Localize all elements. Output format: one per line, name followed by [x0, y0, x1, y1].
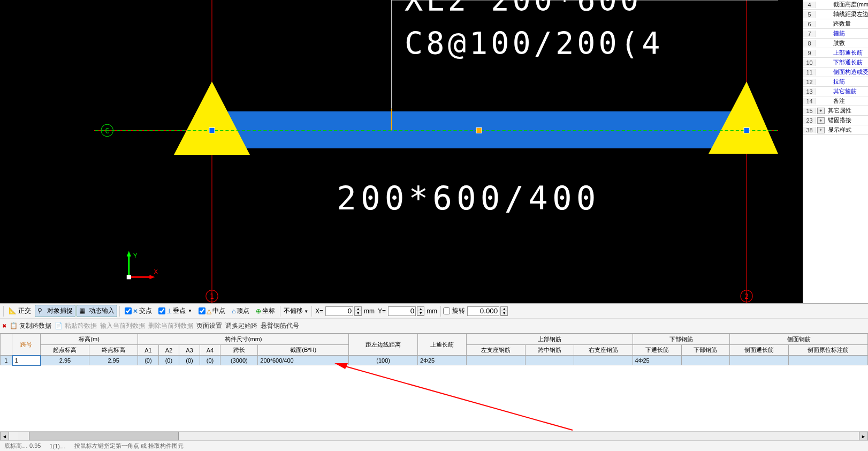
y-spinner[interactable]: ▲▼	[417, 306, 424, 316]
property-row[interactable]: 13+其它箍筋	[803, 87, 868, 96]
status-hint-2: 1(1)…	[49, 443, 66, 449]
property-row[interactable]: 5+轴线距梁左边线距	[803, 10, 868, 19]
col-section[interactable]: 截面(B*H)	[258, 345, 349, 356]
scroll-right-arrow[interactable]: ►	[859, 432, 868, 440]
col-side-original[interactable]: 侧面原位标注筋	[789, 345, 868, 356]
col-top-rebar[interactable]: 上部钢筋	[466, 334, 633, 345]
orthogonal-toggle[interactable]: 📐正交	[6, 305, 34, 317]
cell-right-support[interactable]	[574, 356, 633, 365]
cell-left-support[interactable]	[466, 356, 525, 365]
property-number: 23	[803, 117, 816, 124]
cell-section[interactable]: 200*600/400	[258, 356, 349, 365]
expand-icon[interactable]: +	[817, 127, 825, 133]
property-row[interactable]: 23+锚固搭接	[803, 116, 868, 125]
expand-icon[interactable]: +	[817, 108, 825, 114]
cell-a2[interactable]: (0)	[158, 356, 179, 365]
cell-side-through[interactable]	[730, 356, 789, 365]
property-row[interactable]: 9+上部通长筋	[803, 48, 868, 58]
property-row[interactable]: 10+下部通长筋	[803, 58, 868, 67]
col-side-through[interactable]: 侧面通长筋	[730, 345, 789, 356]
cell-span[interactable]: 1	[12, 356, 41, 365]
close-panel-icon[interactable]: ✖	[2, 323, 6, 329]
axis-label-c: C	[105, 127, 109, 135]
snap-perp[interactable]: ⊥垂点▼	[156, 305, 195, 317]
cell-left-dist[interactable]: (100)	[349, 356, 418, 365]
property-row[interactable]: 14+备注	[803, 96, 868, 106]
paste-span-button[interactable]: 📄 粘贴跨数据	[55, 321, 96, 330]
col-a4[interactable]: A4	[200, 345, 220, 356]
col-start-elev[interactable]: 起点标高	[41, 345, 89, 356]
col-mid-span[interactable]: 跨中钢筋	[525, 345, 574, 356]
col-left-support[interactable]: 左支座钢筋	[466, 345, 525, 356]
rotate-spinner[interactable]: ▲▼	[500, 306, 508, 316]
col-right-support[interactable]: 右支座钢筋	[574, 345, 633, 356]
property-row[interactable]: 8+肢数	[803, 39, 868, 48]
cell-bottom-bar[interactable]	[681, 356, 730, 365]
expand-icon[interactable]: +	[817, 117, 825, 124]
dyninput-toggle[interactable]: ▦动态输入	[77, 305, 117, 317]
property-row[interactable]: 7+箍筋	[803, 29, 868, 39]
cell-a3[interactable]: (0)	[179, 356, 200, 365]
col-top-through[interactable]: 上通长筋	[417, 334, 466, 356]
cell-end-elev[interactable]: 2.95	[89, 356, 138, 365]
cad-canvas[interactable]: C 1 2 XL2 200*600 C8@100/200(4 200*600/4…	[0, 0, 803, 303]
col-elevation[interactable]: 标高(m)	[41, 334, 138, 345]
copy-span-button[interactable]: 📋 复制跨数据	[10, 321, 51, 330]
cell-a4[interactable]: (0)	[200, 356, 220, 365]
rotate-label: 旋转	[451, 306, 466, 315]
snap-toggle[interactable]: ⚲对象捕捉	[35, 305, 75, 317]
x-spinner[interactable]: ▲▼	[354, 306, 362, 316]
svg-rect-9	[476, 127, 482, 133]
x-input[interactable]	[325, 306, 353, 316]
table-row[interactable]: 1 1 2.95 2.95 (0) (0) (0) (0) (3000) 200…	[1, 356, 868, 365]
cell-start-elev[interactable]: 2.95	[41, 356, 89, 365]
property-row[interactable]: 11+侧面构造或受扭筋	[803, 67, 868, 77]
horizontal-scrollbar[interactable]: ◄ ►	[0, 431, 868, 440]
property-label: 跨数量	[826, 20, 868, 28]
y-input[interactable]	[388, 306, 416, 316]
property-number: 13	[803, 88, 816, 95]
scroll-thumb[interactable]	[29, 432, 179, 440]
rotate-check[interactable]	[443, 307, 450, 314]
offset-mode[interactable]: 不偏移▼	[283, 306, 309, 315]
svg-rect-23	[25, 0, 94, 303]
col-left-dist[interactable]: 距左边线距离	[349, 334, 418, 356]
col-a2[interactable]: A2	[158, 345, 179, 356]
cantilever-button[interactable]: 悬臂钢筋代号	[261, 321, 299, 330]
snap-cross[interactable]: ✕交点	[122, 305, 155, 317]
snap-coord[interactable]: ⊕坐标	[253, 305, 278, 317]
col-span[interactable]: 跨号	[12, 334, 41, 356]
row-number[interactable]: 1	[1, 356, 12, 365]
col-dims[interactable]: 构件尺寸(mm)	[138, 334, 349, 345]
col-bottom-rebar[interactable]: 下部钢筋	[633, 334, 730, 345]
property-number: 14	[803, 98, 816, 104]
cell-span-len[interactable]: (3000)	[220, 356, 258, 365]
col-side-rebar[interactable]: 侧面钢筋	[730, 334, 868, 345]
col-bottom-bar[interactable]: 下部钢筋	[681, 345, 730, 356]
cell-a1[interactable]: (0)	[138, 356, 159, 365]
col-a1[interactable]: A1	[138, 345, 159, 356]
delete-col-button[interactable]: 删除当前列数据	[148, 321, 193, 330]
property-row[interactable]: 15+其它属性	[803, 106, 868, 116]
cell-side-original[interactable]	[789, 356, 868, 365]
span-data-grid[interactable]: 跨号 标高(m) 构件尺寸(mm) 距左边线距离 上通长筋 上部钢筋 下部钢筋 …	[0, 333, 868, 440]
cell-bottom-through[interactable]: 4Φ25	[633, 356, 681, 365]
input-col-button[interactable]: 输入当前列数据	[100, 321, 145, 330]
col-end-elev[interactable]: 终点标高	[89, 345, 138, 356]
page-setup-button[interactable]: 页面设置	[196, 321, 222, 330]
col-a3[interactable]: A3	[179, 345, 200, 356]
property-row[interactable]: 6+跨数量	[803, 19, 868, 29]
cell-top-through[interactable]: 2Φ25	[417, 356, 466, 365]
rotate-input[interactable]	[467, 306, 499, 316]
property-row[interactable]: 4+截面高度(mm)	[803, 0, 868, 10]
svg-rect-8	[744, 127, 749, 133]
property-row[interactable]: 12+拉筋	[803, 77, 868, 87]
adjust-span-button[interactable]: 调换起始跨	[225, 321, 257, 330]
snap-mid[interactable]: △中点	[196, 305, 228, 317]
property-row[interactable]: 38+显示样式	[803, 125, 868, 135]
col-bottom-through[interactable]: 下通长筋	[633, 345, 681, 356]
col-span-len[interactable]: 跨长	[220, 345, 258, 356]
scroll-left-arrow[interactable]: ◄	[0, 432, 9, 440]
snap-vertex[interactable]: ⌂顶点	[229, 305, 252, 317]
cell-mid-span[interactable]	[525, 356, 574, 365]
